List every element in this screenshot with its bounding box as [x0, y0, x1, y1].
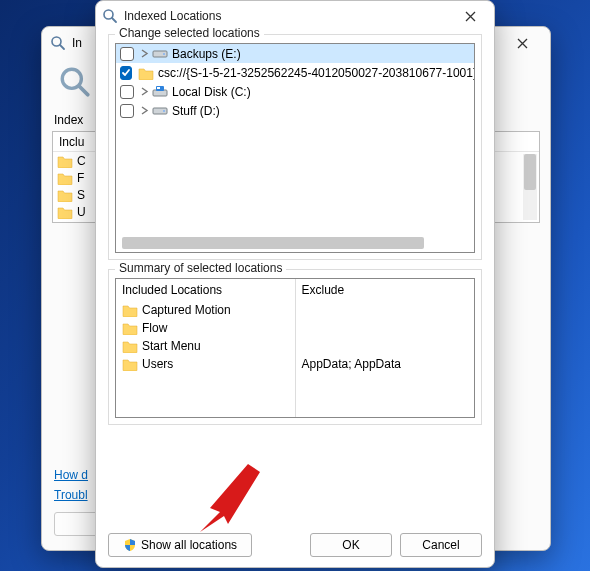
uac-shield-icon: [123, 538, 137, 552]
included-label: Flow: [142, 321, 167, 335]
dialog-footer: Show all locations OK Cancel: [108, 533, 482, 557]
tree-row[interactable]: Local Disk (C:): [116, 82, 474, 101]
exclude-value: AppData; AppData: [302, 357, 401, 371]
folder-icon: [57, 205, 73, 219]
tree-row[interactable]: Stuff (D:): [116, 101, 474, 120]
exclude-row[interactable]: [302, 337, 469, 355]
summary-list: Included Locations Captured MotionFlowSt…: [115, 278, 475, 418]
indexer-icon: [50, 35, 66, 51]
drive-icon: [152, 103, 168, 119]
folder-icon: [122, 339, 138, 353]
svg-line-1: [60, 45, 64, 49]
column-header-exclude[interactable]: Exclude: [302, 283, 469, 297]
exclude-row[interactable]: [302, 319, 469, 337]
group-label: Summary of selected locations: [115, 261, 286, 275]
included-column: Included Locations Captured MotionFlowSt…: [116, 279, 295, 417]
tree-checkbox[interactable]: [120, 104, 134, 118]
button-label: Show all locations: [141, 538, 237, 552]
list-label: C: [77, 154, 86, 168]
osdrive-icon: [152, 84, 168, 100]
expander-icon[interactable]: [138, 49, 150, 58]
tree-row[interactable]: Backups (E:): [116, 44, 474, 63]
locations-tree[interactable]: Backups (E:)csc://{S-1-5-21-3252562245-4…: [115, 43, 475, 253]
tree-checkbox[interactable]: [120, 85, 134, 99]
close-button[interactable]: [502, 29, 542, 57]
indexer-icon: [102, 8, 118, 24]
scrollbar-thumb[interactable]: [524, 154, 536, 190]
indexed-locations-window: Indexed Locations Change selected locati…: [95, 0, 495, 568]
included-label: Start Menu: [142, 339, 201, 353]
tree-checkbox[interactable]: [120, 47, 134, 61]
exclude-row[interactable]: [302, 301, 469, 319]
column-header-included[interactable]: Included Locations: [122, 283, 289, 297]
included-label: Captured Motion: [142, 303, 231, 317]
folder-icon: [122, 321, 138, 335]
window-title: Indexed Locations: [124, 9, 221, 23]
group-label: Change selected locations: [115, 26, 264, 40]
cancel-button[interactable]: Cancel: [400, 533, 482, 557]
list-label: S: [77, 188, 85, 202]
exclude-column: Exclude AppData; AppData: [295, 279, 475, 417]
folder-icon: [122, 303, 138, 317]
exclude-row[interactable]: AppData; AppData: [302, 355, 469, 373]
list-label: U: [77, 205, 86, 219]
svg-line-5: [112, 18, 116, 22]
expander-icon[interactable]: [138, 106, 150, 115]
tree-label: Local Disk (C:): [172, 85, 251, 99]
summary-group: Summary of selected locations Included L…: [108, 269, 482, 425]
window-title: In: [72, 36, 82, 50]
included-row[interactable]: Captured Motion: [122, 301, 289, 319]
tree-label: csc://{S-1-5-21-3252562245-4012050027-20…: [158, 66, 475, 80]
tree-checkbox[interactable]: [120, 66, 132, 80]
list-label: F: [77, 171, 84, 185]
folder-icon: [57, 188, 73, 202]
show-all-locations-button[interactable]: Show all locations: [108, 533, 252, 557]
drive-icon: [152, 46, 168, 62]
svg-rect-12: [163, 110, 165, 111]
svg-rect-7: [163, 53, 165, 54]
link-how[interactable]: How d: [54, 468, 88, 482]
ok-button[interactable]: OK: [310, 533, 392, 557]
tree-label: Stuff (D:): [172, 104, 220, 118]
folder-icon: [57, 154, 73, 168]
change-locations-group: Change selected locations Backups (E:)cs…: [108, 34, 482, 260]
scrollbar-thumb[interactable]: [122, 237, 424, 249]
button-label: OK: [342, 538, 359, 552]
included-row[interactable]: Flow: [122, 319, 289, 337]
tree-row[interactable]: csc://{S-1-5-21-3252562245-4012050027-20…: [116, 63, 474, 82]
included-row[interactable]: Start Menu: [122, 337, 289, 355]
expander-icon[interactable]: [138, 87, 150, 96]
svg-rect-10: [157, 87, 160, 89]
tree-label: Backups (E:): [172, 47, 241, 61]
included-row[interactable]: Users: [122, 355, 289, 373]
link-troubleshoot[interactable]: Troubl: [54, 488, 88, 502]
scrollbar-vertical[interactable]: [523, 154, 537, 220]
button-label: Cancel: [422, 538, 459, 552]
folder-icon: [138, 65, 154, 81]
folder-icon: [57, 171, 73, 185]
included-label: Users: [142, 357, 173, 371]
folder-icon: [122, 357, 138, 371]
close-button[interactable]: [452, 3, 488, 29]
svg-line-3: [79, 86, 88, 95]
scrollbar-horizontal[interactable]: [122, 237, 458, 249]
